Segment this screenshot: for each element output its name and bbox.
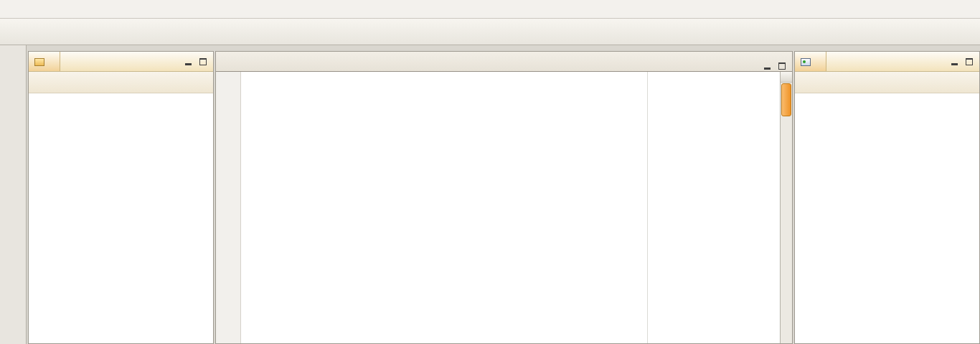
package-explorer-view <box>28 51 214 344</box>
minimize-view-button[interactable] <box>182 56 194 67</box>
package-explorer-toolbar <box>29 72 213 93</box>
maximize-members-button[interactable] <box>963 56 975 67</box>
members-view <box>794 51 980 344</box>
editor-tabbar <box>216 52 792 72</box>
maximize-editor-button[interactable] <box>776 60 788 71</box>
print-margin-line <box>647 72 648 343</box>
main-toolbar <box>0 19 980 45</box>
maximize-view-button[interactable] <box>197 56 209 67</box>
members-window-buttons <box>948 52 979 71</box>
workbench <box>0 45 980 344</box>
package-tree <box>29 93 213 343</box>
eclipse-window <box>0 0 980 344</box>
scrollbar-up-arrow-icon[interactable] <box>781 72 792 83</box>
menubar <box>0 0 980 19</box>
minimize-editor-button[interactable] <box>761 60 773 71</box>
package-explorer-header <box>29 52 213 72</box>
minimize-members-button[interactable] <box>948 56 960 67</box>
package-explorer-window-buttons <box>182 52 213 71</box>
members-toolbar <box>795 72 979 93</box>
editor-window-buttons <box>761 60 792 71</box>
package-explorer-tab[interactable] <box>29 52 60 71</box>
scrollbar-thumb[interactable] <box>781 83 791 116</box>
members-tab[interactable] <box>795 52 826 71</box>
editor-scrollbar[interactable] <box>780 72 792 343</box>
package-explorer-view-icon <box>34 57 44 67</box>
editor[interactable] <box>216 72 792 343</box>
editor-area <box>215 51 793 344</box>
members-list <box>795 93 979 343</box>
members-view-icon <box>801 57 811 67</box>
left-strip <box>0 45 27 344</box>
members-header <box>795 52 979 72</box>
